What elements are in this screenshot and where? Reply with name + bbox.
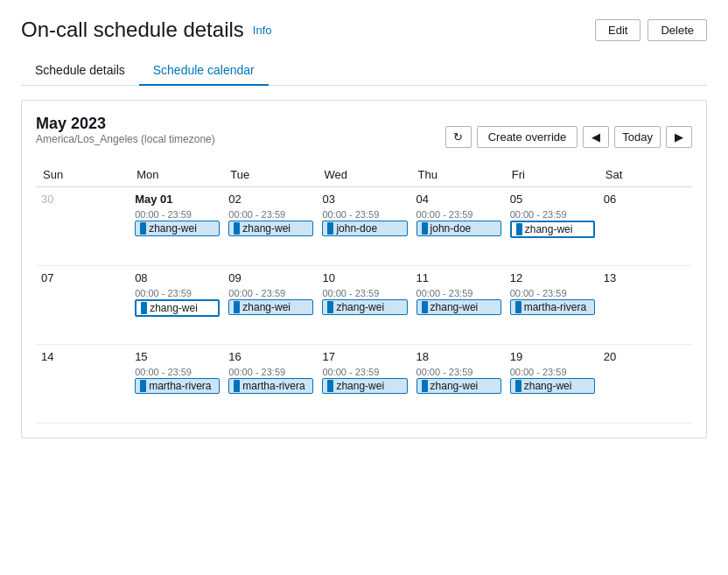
event-dot xyxy=(234,380,240,392)
event-label: zhang-wei xyxy=(150,302,198,314)
event-bar[interactable]: zhang-wei xyxy=(416,378,501,394)
event-label: zhang-wei xyxy=(336,301,384,313)
event-wrapper: 00:00 - 23:59zhang-wei xyxy=(510,209,595,238)
header-sun: Sun xyxy=(36,163,130,187)
event-time: 00:00 - 23:59 xyxy=(416,209,501,220)
event-dot xyxy=(327,301,333,313)
event-dot xyxy=(516,223,522,235)
event-time: 00:00 - 23:59 xyxy=(228,288,313,298)
day-cell: 1800:00 - 23:59zhang-wei xyxy=(411,345,505,424)
event-wrapper: 00:00 - 23:59zhang-wei xyxy=(135,209,220,236)
day-number: May 01 xyxy=(135,193,220,206)
header-fri: Fri xyxy=(505,163,598,187)
event-bar[interactable]: zhang-wei xyxy=(510,378,595,394)
event-bar[interactable]: zhang-wei xyxy=(228,221,313,236)
edit-button[interactable]: Edit xyxy=(595,19,640,41)
event-wrapper: 00:00 - 23:59martha-rivera xyxy=(510,288,595,315)
event-bar[interactable]: martha-rivera xyxy=(135,378,220,394)
day-number: 04 xyxy=(416,193,501,206)
day-header-row: Sun Mon Tue Wed Thu Fri Sat xyxy=(36,163,692,187)
event-bar[interactable]: john-doe xyxy=(416,221,501,236)
event-wrapper: 00:00 - 23:59zhang-wei xyxy=(135,288,220,317)
prev-icon: ◀ xyxy=(592,130,600,144)
tab-schedule-calendar[interactable]: Schedule calendar xyxy=(139,56,269,86)
event-time: 00:00 - 23:59 xyxy=(228,367,313,377)
event-bar[interactable]: zhang-wei xyxy=(322,378,407,394)
event-bar[interactable]: zhang-wei xyxy=(510,221,595,238)
event-dot xyxy=(422,222,428,235)
event-time: 00:00 - 23:59 xyxy=(322,288,407,298)
event-bar[interactable]: zhang-wei xyxy=(416,299,501,315)
tab-schedule-details[interactable]: Schedule details xyxy=(21,56,139,86)
today-button[interactable]: Today xyxy=(614,126,661,148)
page-title: On-call schedule details xyxy=(21,18,244,42)
event-bar[interactable]: martha-rivera xyxy=(510,299,595,315)
event-time: 00:00 - 23:59 xyxy=(510,288,595,298)
event-wrapper: 00:00 - 23:59zhang-wei xyxy=(322,367,407,394)
next-button[interactable]: ▶ xyxy=(666,126,692,148)
event-time: 00:00 - 23:59 xyxy=(322,209,407,220)
day-cell: 0500:00 - 23:59zhang-wei xyxy=(505,187,598,266)
week-row-1: 070800:00 - 23:59zhang-wei0900:00 - 23:5… xyxy=(36,266,692,345)
event-wrapper: 00:00 - 23:59martha-rivera xyxy=(228,367,313,394)
day-cell: 0300:00 - 23:59john-doe xyxy=(317,187,410,266)
day-number: 16 xyxy=(228,350,313,363)
day-cell: May 0100:00 - 23:59zhang-wei xyxy=(130,187,223,266)
day-cell: 1900:00 - 23:59zhang-wei xyxy=(505,345,598,424)
delete-button[interactable]: Delete xyxy=(648,19,707,41)
event-dot xyxy=(515,380,522,392)
event-bar[interactable]: martha-rivera xyxy=(228,378,313,394)
page: On-call schedule details Info Edit Delet… xyxy=(0,0,728,575)
day-number: 03 xyxy=(322,193,407,206)
day-number: 11 xyxy=(416,271,501,284)
timezone-label: America/Los_Angeles (local timezone) xyxy=(36,133,215,145)
tabs: Schedule details Schedule calendar xyxy=(21,56,707,86)
refresh-button[interactable]: ↻ xyxy=(445,126,472,148)
event-label: john-doe xyxy=(336,222,377,235)
header-tue: Tue xyxy=(223,163,317,187)
week-row-0: 30May 0100:00 - 23:59zhang-wei0200:00 - … xyxy=(36,187,692,266)
event-label: zhang-wei xyxy=(430,301,479,313)
day-number: 06 xyxy=(604,193,689,206)
event-dot xyxy=(327,222,333,235)
prev-button[interactable]: ◀ xyxy=(583,126,609,148)
event-bar[interactable]: john-doe xyxy=(322,221,407,236)
create-override-button[interactable]: Create override xyxy=(477,126,578,148)
event-wrapper: 00:00 - 23:59zhang-wei xyxy=(510,367,595,394)
event-label: zhang-wei xyxy=(242,301,290,313)
page-header: On-call schedule details Info Edit Delet… xyxy=(21,18,707,42)
event-time: 00:00 - 23:59 xyxy=(135,209,220,220)
day-number: 12 xyxy=(510,271,595,284)
event-time: 00:00 - 23:59 xyxy=(510,367,595,377)
event-label: john-doe xyxy=(430,222,472,235)
day-number: 14 xyxy=(41,350,126,363)
event-label: zhang-wei xyxy=(524,380,572,392)
info-link[interactable]: Info xyxy=(253,24,272,37)
month-label: May 2023 xyxy=(36,115,215,133)
day-cell: 1100:00 - 23:59zhang-wei xyxy=(411,266,505,345)
event-bar[interactable]: zhang-wei xyxy=(135,299,220,317)
event-dot xyxy=(234,301,240,313)
day-cell: 0200:00 - 23:59zhang-wei xyxy=(223,187,317,266)
day-cell: 0800:00 - 23:59zhang-wei xyxy=(130,266,223,345)
day-cell: 06 xyxy=(598,187,692,266)
event-time: 00:00 - 23:59 xyxy=(322,367,407,377)
header-left: On-call schedule details Info xyxy=(21,18,272,42)
header-mon: Mon xyxy=(130,163,223,187)
event-wrapper: 00:00 - 23:59martha-rivera xyxy=(135,367,220,394)
event-label: zhang-wei xyxy=(242,222,290,235)
day-number: 15 xyxy=(135,350,220,363)
day-number: 09 xyxy=(228,271,313,284)
event-bar[interactable]: zhang-wei xyxy=(322,299,407,315)
event-bar[interactable]: zhang-wei xyxy=(135,221,220,236)
event-label: zhang-wei xyxy=(149,222,197,235)
event-label: zhang-wei xyxy=(525,223,573,235)
event-dot xyxy=(140,222,146,235)
week-row-2: 141500:00 - 23:59martha-rivera1600:00 - … xyxy=(36,345,692,424)
event-dot xyxy=(234,222,240,235)
header-wed: Wed xyxy=(317,163,410,187)
day-cell: 30 xyxy=(36,187,130,266)
day-cell: 0400:00 - 23:59john-doe xyxy=(411,187,505,266)
event-time: 00:00 - 23:59 xyxy=(416,288,501,298)
event-bar[interactable]: zhang-wei xyxy=(228,299,313,315)
